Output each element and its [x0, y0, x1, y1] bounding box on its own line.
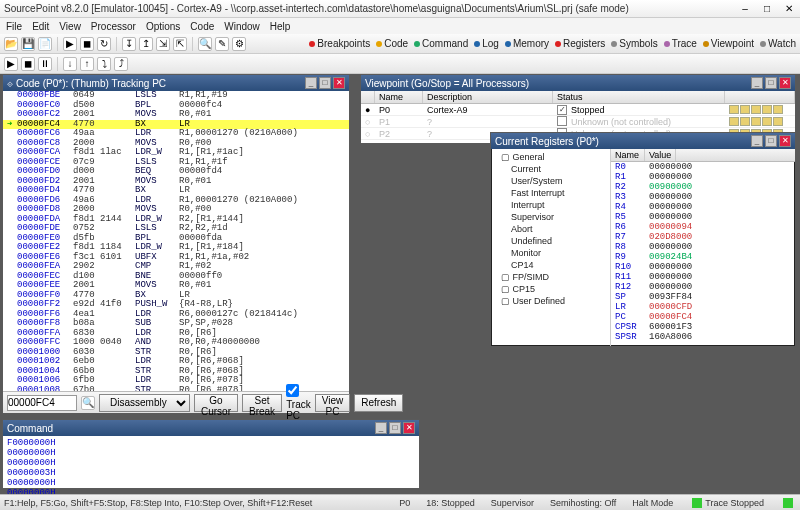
command-output[interactable]: F0000000H00000000H00000000H00000003H0000… [3, 436, 419, 488]
minimize-button[interactable]: – [738, 3, 752, 15]
tree-node[interactable]: Monitor [493, 247, 608, 259]
tool-icon[interactable]: ⇲ [156, 37, 170, 51]
register-row[interactable]: R300000000 [611, 192, 795, 202]
tool-icon[interactable]: 🔍 [198, 37, 212, 51]
col-status[interactable]: Status [553, 91, 725, 103]
tree-node[interactable]: Fast Interrupt [493, 187, 608, 199]
register-row[interactable]: R000000000 [611, 162, 795, 172]
menu-edit[interactable]: Edit [32, 21, 49, 32]
tool-icon[interactable]: 💾 [21, 37, 35, 51]
tool-icon[interactable]: ▶ [63, 37, 77, 51]
register-row[interactable]: CPSR600001F3 [611, 322, 795, 332]
tool-icon[interactable]: 📄 [38, 37, 52, 51]
col-desc[interactable]: Description [423, 91, 553, 103]
tree-node[interactable]: ▢ FP/SIMD [493, 271, 608, 283]
register-row[interactable]: R9009024B4 [611, 252, 795, 262]
register-row[interactable]: PC00000FC4 [611, 312, 795, 322]
search-icon[interactable]: 🔍 [81, 396, 95, 410]
tool-icon[interactable]: ⚙ [232, 37, 246, 51]
pane-min-icon[interactable]: _ [751, 77, 763, 89]
menu-help[interactable]: Help [270, 21, 291, 32]
pane-min-icon[interactable]: _ [375, 422, 387, 434]
go-cursor-button[interactable]: Go Cursor [194, 394, 238, 412]
col-value[interactable]: Value [645, 149, 676, 161]
tool-icon[interactable]: ↥ [139, 37, 153, 51]
pane-close-icon[interactable]: ✕ [779, 135, 791, 147]
tool-icon[interactable]: 📂 [4, 37, 18, 51]
pane-max-icon[interactable]: □ [319, 77, 331, 89]
col-name[interactable]: Name [375, 91, 423, 103]
toolbar-log-button[interactable]: Log [474, 38, 499, 49]
tree-node[interactable]: ▢ User Defined [493, 295, 608, 307]
register-row[interactable]: LR00000CFD [611, 302, 795, 312]
toolbar-watch-button[interactable]: Watch [760, 38, 796, 49]
register-row[interactable]: R800000000 [611, 242, 795, 252]
tool-icon[interactable]: ↧ [122, 37, 136, 51]
menu-code[interactable]: Code [190, 21, 214, 32]
tree-node[interactable]: ▢ CP15 [493, 283, 608, 295]
refresh-button[interactable]: Refresh [354, 394, 403, 412]
register-row[interactable]: R100000000 [611, 172, 795, 182]
register-row[interactable]: R7020D8000 [611, 232, 795, 242]
toolbar-trace-button[interactable]: Trace [664, 38, 697, 49]
tool-icon[interactable]: ↑ [80, 57, 94, 71]
tree-node[interactable]: Undefined [493, 235, 608, 247]
tool-icon[interactable]: ▶ [4, 57, 18, 71]
pane-close-icon[interactable]: ✕ [779, 77, 791, 89]
register-row[interactable]: R1000000000 [611, 262, 795, 272]
toolbar-command-button[interactable]: Command [414, 38, 468, 49]
tree-node[interactable]: Interrupt [493, 199, 608, 211]
toolbar-memory-button[interactable]: Memory [505, 38, 549, 49]
toolbar-breakpoints-button[interactable]: Breakpoints [309, 38, 370, 49]
tree-node[interactable]: User/System [493, 175, 608, 187]
register-row[interactable]: R200900000 [611, 182, 795, 192]
tool-icon[interactable]: ↓ [63, 57, 77, 71]
tool-icon[interactable]: ✎ [215, 37, 229, 51]
tool-icon[interactable]: ⤵ [97, 57, 111, 71]
view-pc-button[interactable]: View PC [315, 394, 351, 412]
menu-processor[interactable]: Processor [91, 21, 136, 32]
register-row[interactable]: SPSR160A8006 [611, 332, 795, 342]
tool-icon[interactable]: ◼ [80, 37, 94, 51]
toolbar-viewpoint-button[interactable]: Viewpoint [703, 38, 754, 49]
pane-max-icon[interactable]: □ [765, 77, 777, 89]
pane-min-icon[interactable]: _ [751, 135, 763, 147]
mode-select[interactable]: Disassembly [99, 394, 190, 412]
register-row[interactable]: SP0093FF84 [611, 292, 795, 302]
track-pc-checkbox[interactable]: Track PC [286, 384, 311, 421]
menu-window[interactable]: Window [224, 21, 260, 32]
register-row[interactable]: R1200000000 [611, 282, 795, 292]
tree-node[interactable]: CP14 [493, 259, 608, 271]
address-input[interactable] [7, 395, 77, 411]
pane-max-icon[interactable]: □ [765, 135, 777, 147]
close-button[interactable]: ✕ [782, 3, 796, 15]
register-row[interactable]: R600000094 [611, 222, 795, 232]
pane-close-icon[interactable]: ✕ [403, 422, 415, 434]
col-name[interactable]: Name [611, 149, 645, 161]
maximize-button[interactable]: □ [760, 3, 774, 15]
toolbar-code-button[interactable]: Code [376, 38, 408, 49]
register-tree[interactable]: ▢ General CurrentUser/SystemFast Interru… [491, 149, 611, 346]
tool-icon[interactable]: ⏸ [38, 57, 52, 71]
menu-view[interactable]: View [59, 21, 81, 32]
toolbar-registers-button[interactable]: Registers [555, 38, 605, 49]
viewpoint-row[interactable]: ○P1?Unknown (not controlled) [361, 116, 795, 128]
register-row[interactable]: R1100000000 [611, 272, 795, 282]
pane-min-icon[interactable]: _ [305, 77, 317, 89]
disassembly-listing[interactable]: 00000FBE0649LSLSR1,R1,#1900000FC0d500BPL… [3, 91, 349, 391]
tool-icon[interactable]: ⇱ [173, 37, 187, 51]
pane-close-icon[interactable]: ✕ [333, 77, 345, 89]
menu-file[interactable]: File [6, 21, 22, 32]
menu-options[interactable]: Options [146, 21, 180, 32]
viewpoint-row[interactable]: ●P0Cortex-A9✓Stopped [361, 104, 795, 116]
tool-icon[interactable]: ◼ [21, 57, 35, 71]
tree-node[interactable]: Current [493, 163, 608, 175]
tree-node[interactable]: Abort [493, 223, 608, 235]
pane-max-icon[interactable]: □ [389, 422, 401, 434]
set-break-button[interactable]: Set Break [242, 394, 282, 412]
tree-node[interactable]: ▢ General [493, 151, 608, 163]
tool-icon[interactable]: ⤴ [114, 57, 128, 71]
register-row[interactable]: R500000000 [611, 212, 795, 222]
tree-node[interactable]: Supervisor [493, 211, 608, 223]
register-row[interactable]: R400000000 [611, 202, 795, 212]
